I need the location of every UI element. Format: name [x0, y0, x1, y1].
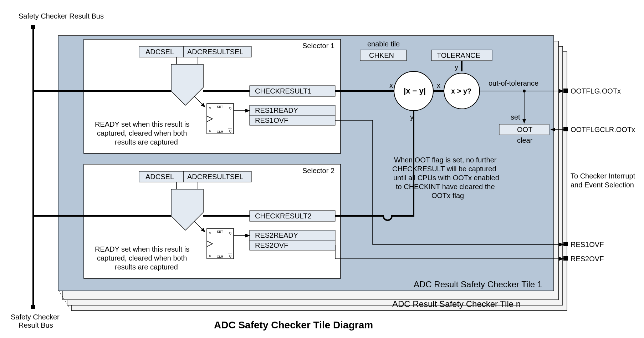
- ff-set: SET: [217, 105, 223, 109]
- res1ovf-port: [563, 242, 568, 246]
- selector2-note-1: READY set when this result is: [95, 245, 189, 253]
- ff2-clr: CLR: [217, 255, 224, 258]
- checkresult1-label: CHECKRESULT1: [255, 87, 312, 95]
- ff2-qbar: Q: [229, 254, 231, 258]
- res1ovf-out-label: RES1OVF: [571, 241, 604, 248]
- checkresult2-label: CHECKRESULT2: [255, 212, 312, 220]
- note-line-5: OOTx flag: [431, 192, 464, 200]
- res2ovf-out-label: RES2OVF: [571, 255, 604, 263]
- selector1-adcresultsel-label: ADCRESULTSEL: [187, 48, 243, 56]
- ootflgclr-label: OOTFLGCLR.OOTx: [571, 126, 635, 133]
- res2ready-label: RES2READY: [255, 231, 298, 239]
- abs-x-label: x: [389, 81, 393, 89]
- ootflg-label: OOTFLG.OOTx: [571, 87, 621, 95]
- ff2-q: Q: [229, 231, 231, 235]
- ff-qbar: Q: [229, 129, 231, 133]
- cmp-x-label: x: [437, 81, 440, 89]
- res2ovf-port: [563, 256, 568, 261]
- bus-bottom-label-2: Result Bus: [19, 321, 53, 329]
- tile-n-label: ADC Result Safety Checker Tile n: [392, 299, 521, 309]
- selector1-note-3: results are captured: [115, 138, 178, 146]
- tol-y-label: y: [455, 63, 458, 71]
- tolerance-label: TOLERANCE: [437, 51, 480, 59]
- cmp-op-label: x > y?: [451, 87, 471, 95]
- selector2-adcsel-label: ADCSEL: [145, 173, 174, 181]
- diagram-title: ADC Safety Checker Tile Diagram: [214, 319, 373, 331]
- oot-label: OOT: [517, 126, 532, 133]
- chken-label: CHKEN: [369, 51, 394, 59]
- res1ready-label: RES1READY: [255, 106, 298, 114]
- selector1-note-1: READY set when this result is: [95, 120, 189, 128]
- out-of-tol-label: out-of-tolerance: [489, 79, 538, 87]
- res2ovf-label: RES2OVF: [255, 241, 288, 249]
- enable-tile-label: enable tile: [367, 40, 400, 48]
- note-line-3: until all CPUs with OOTx enabled: [393, 174, 499, 182]
- ff-clr: CLR: [217, 130, 224, 133]
- bus-node-top: [31, 25, 35, 29]
- ff2-s: S: [209, 231, 211, 235]
- selector2-note-2: captured, cleared when both: [97, 254, 187, 262]
- selector-2-title: Selector 2: [302, 167, 334, 175]
- bus-bottom-label-1: Safety Checker: [11, 313, 60, 321]
- out-right-2: and Event Selection: [571, 181, 634, 189]
- tile-1-label: ADC Result Safety Checker Tile 1: [414, 279, 542, 289]
- ff-s: S: [209, 106, 211, 110]
- note-line-1: When OOT flag is set, no further: [394, 156, 497, 164]
- ff-r: R: [209, 129, 211, 133]
- ff2-r: R: [209, 254, 211, 258]
- bus-top-label: Safety Checker Result Bus: [19, 12, 104, 20]
- set-label: set: [511, 113, 520, 121]
- res1ovf-label: RES1OVF: [255, 116, 288, 124]
- ootflg-port: [563, 89, 568, 93]
- note-line-2: CHECKRESULT will be captured: [392, 165, 496, 173]
- ff2-set: SET: [217, 230, 223, 233]
- note-line-4: to CHECKINT have cleared the: [396, 183, 495, 191]
- selector1-note-2: captured, cleared when both: [97, 129, 187, 137]
- ootflgclr-port: [563, 127, 568, 131]
- ff-q: Q: [229, 106, 231, 110]
- out-right-1: To Checker Interrupt: [571, 172, 635, 180]
- junction-icon: [523, 90, 526, 92]
- clear-label: clear: [517, 136, 533, 144]
- bus-node-bottom: [31, 305, 35, 309]
- selector-1-title: Selector 1: [302, 42, 334, 50]
- selector2-adcresultsel-label: ADCRESULTSEL: [187, 173, 243, 181]
- abs-op-label: |x − y|: [404, 86, 426, 95]
- selector2-note-3: results are captured: [115, 263, 178, 271]
- selector1-adcsel-label: ADCSEL: [145, 48, 174, 56]
